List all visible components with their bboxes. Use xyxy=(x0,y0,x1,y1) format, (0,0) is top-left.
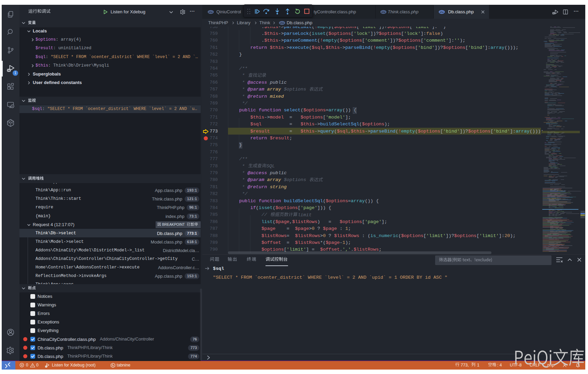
svg-text:php: php xyxy=(280,22,284,24)
svg-text:php: php xyxy=(440,11,444,13)
svg-text:php: php xyxy=(209,11,213,13)
svg-text:php: php xyxy=(382,11,386,13)
